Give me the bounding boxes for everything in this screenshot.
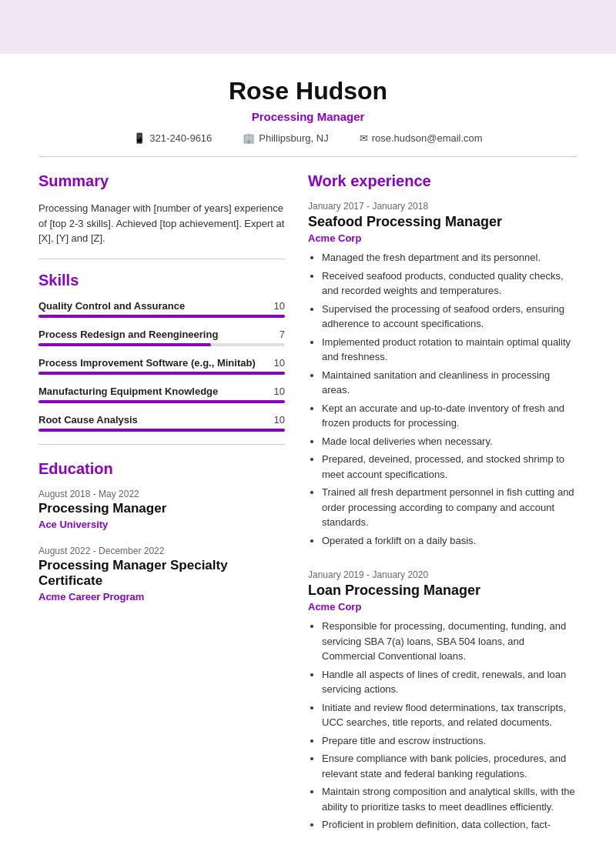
- bullet-item: Prepare title and escrow instructions.: [322, 733, 578, 749]
- skill-bar-bg: [38, 400, 285, 403]
- edu-degree: Processing Manager: [38, 501, 285, 516]
- bullet-item: Managed the fresh department and its per…: [322, 250, 578, 265]
- work-title: Work experience: [308, 172, 578, 190]
- skill-name: Root Cause Analysis: [38, 414, 270, 426]
- edu-date: August 2018 - May 2022: [38, 489, 285, 499]
- work-section: Work experience January 2017 - January 2…: [308, 172, 578, 833]
- skill-item: Process Redesign and Reengineering 7: [38, 329, 285, 346]
- work-bullets: Managed the fresh department and its per…: [308, 250, 578, 548]
- edu-date: August 2022 - December 2022: [38, 546, 285, 556]
- email-text: rose.hudson@email.com: [372, 132, 483, 144]
- contact-info: 📱 321-240-9616 🏢 Phillipsburg, NJ ✉ rose…: [38, 132, 578, 144]
- skill-item: Root Cause Analysis 10: [38, 414, 285, 432]
- skill-score: 7: [270, 329, 285, 340]
- bullet-item: Made local deliveries when necessary.: [322, 434, 578, 449]
- skill-bar-bg: [38, 315, 285, 318]
- skill-score: 10: [270, 386, 285, 397]
- bullet-item: Kept an accurate and up-to-date inventor…: [322, 401, 578, 431]
- location-text: Phillipsburg, NJ: [259, 132, 328, 144]
- skills-title: Skills: [38, 272, 285, 289]
- skill-row: Root Cause Analysis 10: [38, 414, 285, 426]
- skill-name: Manufacturing Equipment Knowledge: [38, 386, 270, 397]
- summary-divider: [38, 259, 285, 259]
- skill-item: Manufacturing Equipment Knowledge 10: [38, 386, 285, 403]
- edu-degree: Processing Manager Specialty Certificate: [38, 558, 285, 589]
- summary-text: Processing Manager with [number of years…: [38, 201, 285, 246]
- work-bullets: Responsible for processing, documenting,…: [308, 619, 578, 833]
- work-company: Acme Corp: [308, 601, 578, 613]
- summary-title: Summary: [38, 172, 285, 190]
- work-item: January 2019 - January 2020 Loan Process…: [308, 569, 578, 833]
- main-content: Summary Processing Manager with [number …: [38, 172, 578, 854]
- skill-bar-fill: [38, 343, 211, 346]
- phone-icon: 📱: [133, 132, 146, 144]
- education-title: Education: [38, 460, 285, 478]
- skill-bar-fill: [38, 315, 285, 318]
- header-divider: [38, 156, 578, 157]
- skill-name: Process Redesign and Reengineering: [38, 329, 270, 340]
- left-column: Summary Processing Manager with [number …: [38, 172, 285, 854]
- bullet-item: Proficient in problem definition, data c…: [322, 817, 578, 833]
- skill-bar-fill: [38, 429, 285, 432]
- bullet-item: Ensure compliance with bank policies, pr…: [322, 751, 578, 781]
- skill-name: Quality Control and Assurance: [38, 300, 270, 312]
- work-date: January 2017 - January 2018: [308, 201, 578, 212]
- skill-score: 10: [270, 357, 285, 369]
- resume-container: Rose Hudson Processing Manager 📱 321-240…: [0, 54, 616, 868]
- skill-bar-bg: [38, 343, 285, 346]
- education-section: Education August 2018 - May 2022 Process…: [38, 460, 285, 603]
- candidate-title: Processing Manager: [38, 110, 578, 123]
- skill-bar-fill: [38, 372, 285, 375]
- right-column: Work experience January 2017 - January 2…: [308, 172, 578, 854]
- bullet-item: Trained all fresh department personnel i…: [322, 485, 578, 530]
- skill-score: 10: [270, 300, 285, 312]
- skill-row: Manufacturing Equipment Knowledge 10: [38, 386, 285, 397]
- resume-header: Rose Hudson Processing Manager 📱 321-240…: [38, 77, 578, 157]
- edu-school: Acme Career Program: [38, 591, 285, 603]
- skill-score: 10: [270, 414, 285, 426]
- skill-bar-fill: [38, 400, 285, 403]
- skills-section: Skills Quality Control and Assurance 10 …: [38, 272, 285, 445]
- bullet-item: Received seafood products, conducted qua…: [322, 269, 578, 299]
- work-company: Acme Corp: [308, 232, 578, 244]
- summary-section: Summary Processing Manager with [number …: [38, 172, 285, 259]
- bullet-item: Supervised the processing of seafood ord…: [322, 302, 578, 332]
- skill-row: Process Improvement Software (e.g., Mini…: [38, 357, 285, 369]
- bullet-item: Initiate and review flood determinations…: [322, 700, 578, 730]
- bullet-item: Maintain strong composition and analytic…: [322, 784, 578, 814]
- phone-number: 321-240-9616: [149, 132, 212, 144]
- edu-school: Ace University: [38, 519, 285, 530]
- location-contact: 🏢 Phillipsburg, NJ: [243, 132, 328, 144]
- email-contact: ✉ rose.hudson@email.com: [360, 132, 483, 144]
- work-item: January 2017 - January 2018 Seafood Proc…: [308, 201, 578, 548]
- edu-item: August 2022 - December 2022 Processing M…: [38, 546, 285, 603]
- skill-bar-bg: [38, 429, 285, 432]
- email-icon: ✉: [360, 132, 368, 144]
- skill-row: Process Redesign and Reengineering 7: [38, 329, 285, 340]
- skill-item: Process Improvement Software (e.g., Mini…: [38, 357, 285, 375]
- work-job-title: Loan Processing Manager: [308, 583, 578, 599]
- bullet-item: Operated a forklift on a daily basis.: [322, 533, 578, 549]
- skill-name: Process Improvement Software (e.g., Mini…: [38, 357, 270, 369]
- phone-contact: 📱 321-240-9616: [133, 132, 212, 144]
- work-job-title: Seafood Processing Manager: [308, 214, 578, 230]
- bullet-item: Implemented product rotation to maintain…: [322, 335, 578, 365]
- location-icon: 🏢: [243, 132, 255, 144]
- skill-bar-bg: [38, 372, 285, 375]
- skill-row: Quality Control and Assurance 10: [38, 300, 285, 312]
- bullet-item: Prepared, deveined, processed, and stock…: [322, 452, 578, 482]
- edu-item: August 2018 - May 2022 Processing Manage…: [38, 489, 285, 530]
- bullet-item: Maintained sanitation and cleanliness in…: [322, 368, 578, 398]
- bullet-item: Responsible for processing, documenting,…: [322, 619, 578, 664]
- candidate-name: Rose Hudson: [38, 77, 578, 105]
- skill-item: Quality Control and Assurance 10: [38, 300, 285, 318]
- work-date: January 2019 - January 2020: [308, 569, 578, 580]
- skills-divider: [38, 444, 285, 445]
- bullet-item: Handle all aspects of lines of credit, r…: [322, 667, 578, 697]
- top-banner: [0, 0, 616, 54]
